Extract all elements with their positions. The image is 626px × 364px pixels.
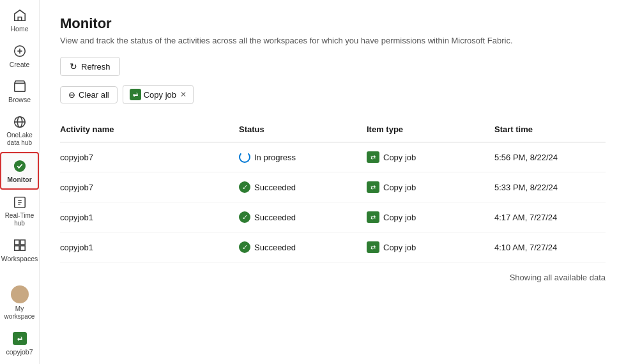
status-success-icon: ✓ xyxy=(239,181,250,193)
table-row[interactable]: copyjob7✓Succeeded⇄Copy job5:33 PM, 8/22… xyxy=(60,172,606,202)
sidebar-item-create-label: Create xyxy=(10,61,30,69)
status-cell: ✓Succeeded xyxy=(239,234,367,261)
page-title: Monitor xyxy=(60,15,606,32)
svg-point-13 xyxy=(17,290,22,294)
create-icon xyxy=(12,43,27,59)
refresh-label: Refresh xyxy=(81,62,111,72)
sidebar-item-myworkspace[interactable]: My workspace xyxy=(0,280,39,326)
status-cell: ✓Succeeded xyxy=(239,204,367,231)
start-time-cell: 4:17 AM, 7/27/24 xyxy=(494,204,622,231)
filter-tag-copyjob[interactable]: ⇄ Copy job ✕ xyxy=(123,85,194,104)
svg-rect-12 xyxy=(20,246,24,250)
sidebar-item-copyjob-label: copyjob7 xyxy=(6,348,33,356)
status-label: In progress xyxy=(254,153,296,162)
sidebar-item-onelake[interactable]: OneLake data hub xyxy=(0,109,39,152)
sidebar: Home Create Browse OneLake data hub Moni… xyxy=(0,0,40,364)
page-subtitle: View and track the status of the activit… xyxy=(60,36,606,45)
activity-table: Activity name Status Item type Start tim… xyxy=(60,117,606,349)
start-time-cell: 5:33 PM, 8/22/24 xyxy=(494,174,622,201)
item-type-cell: ⇄Copy job xyxy=(367,174,494,201)
status-success-icon: ✓ xyxy=(239,211,250,223)
item-type-label: Copy job xyxy=(383,183,416,192)
sidebar-item-realtime-label: Real-Time hub xyxy=(5,212,34,227)
main-content: Monitor View and track the status of the… xyxy=(40,0,626,364)
col-status: Status xyxy=(239,121,367,138)
item-type-cell: ⇄Copy job xyxy=(367,204,494,231)
avatar xyxy=(11,285,29,303)
copy-job-icon: ⇄ xyxy=(367,211,379,223)
sidebar-item-home[interactable]: Home xyxy=(0,3,39,38)
filter-tag-remove[interactable]: ✕ xyxy=(180,90,187,99)
item-type-label: Copy job xyxy=(383,243,416,252)
sidebar-item-browse-label: Browse xyxy=(8,96,31,104)
copy-job-icon: ⇄ xyxy=(367,151,379,163)
sidebar-item-home-label: Home xyxy=(10,25,28,33)
table-body: copyjob7In progress⇄Copy job5:56 PM, 8/2… xyxy=(60,142,606,262)
sidebar-item-browse[interactable]: Browse xyxy=(0,73,39,109)
table-footer: Showing all available data xyxy=(60,273,606,282)
svg-rect-11 xyxy=(14,246,19,250)
activity-name-cell: copyjob7 xyxy=(60,174,239,201)
item-type-cell: ⇄Copy job xyxy=(367,144,494,171)
filter-bar: ⊖ Clear all ⇄ Copy job ✕ xyxy=(60,85,606,104)
copyjob-icon: ⇄ xyxy=(12,331,27,346)
sidebar-item-create[interactable]: Create xyxy=(0,38,39,74)
workspaces-icon xyxy=(12,238,27,253)
toolbar: ↻ Refresh xyxy=(60,57,606,76)
onelake-icon xyxy=(12,114,27,130)
table-row[interactable]: copyjob7In progress⇄Copy job5:56 PM, 8/2… xyxy=(60,142,606,172)
clear-all-button[interactable]: ⊖ Clear all xyxy=(60,86,118,103)
browse-icon xyxy=(12,79,27,94)
sidebar-item-onelake-label: OneLake data hub xyxy=(6,132,33,147)
col-start-time: Start time xyxy=(494,121,622,138)
svg-rect-9 xyxy=(14,240,19,245)
home-icon xyxy=(12,8,27,23)
start-time-cell: 4:10 AM, 7/27/24 xyxy=(494,234,622,261)
status-label: Succeeded xyxy=(254,213,296,222)
sidebar-item-myworkspace-label: My workspace xyxy=(4,305,35,321)
sidebar-item-monitor-label: Monitor xyxy=(7,176,32,184)
copy-job-icon: ⇄ xyxy=(367,241,379,253)
sidebar-item-realtime[interactable]: Real-Time hub xyxy=(0,190,39,232)
status-cell: ✓Succeeded xyxy=(239,174,367,201)
table-header: Activity name Status Item type Start tim… xyxy=(60,117,606,142)
start-time-cell: 5:56 PM, 8/22/24 xyxy=(494,144,622,171)
item-type-label: Copy job xyxy=(383,213,416,222)
filter-tag-label: Copy job xyxy=(144,90,176,100)
status-cell: In progress xyxy=(239,144,367,171)
realtime-icon xyxy=(12,195,27,210)
svg-rect-10 xyxy=(20,240,24,245)
status-label: Succeeded xyxy=(254,243,296,252)
sidebar-item-copyjob[interactable]: ⇄ copyjob7 xyxy=(0,326,39,361)
item-type-cell: ⇄Copy job xyxy=(367,234,494,261)
status-inprogress-icon xyxy=(239,151,250,163)
monitor-icon xyxy=(12,158,27,174)
item-type-label: Copy job xyxy=(383,153,416,162)
clear-all-label: Clear all xyxy=(79,90,109,100)
refresh-icon: ↻ xyxy=(70,61,77,72)
sidebar-item-workspaces[interactable]: Workspaces xyxy=(0,232,39,268)
col-activity-name: Activity name xyxy=(60,121,239,138)
status-success-icon: ✓ xyxy=(239,241,250,253)
activity-name-cell: copyjob1 xyxy=(60,234,239,261)
status-label: Succeeded xyxy=(254,183,296,192)
sidebar-item-monitor[interactable]: Monitor xyxy=(0,152,39,190)
copy-job-icon: ⇄ xyxy=(367,181,379,193)
activity-name-cell: copyjob1 xyxy=(60,204,239,231)
col-item-type: Item type xyxy=(367,121,494,138)
sidebar-item-workspaces-label: Workspaces xyxy=(1,255,38,263)
activity-name-cell: copyjob7 xyxy=(60,144,239,171)
table-row[interactable]: copyjob1✓Succeeded⇄Copy job4:10 AM, 7/27… xyxy=(60,232,606,262)
table-row[interactable]: copyjob1✓Succeeded⇄Copy job4:17 AM, 7/27… xyxy=(60,202,606,232)
svg-rect-3 xyxy=(14,84,25,92)
filter-tag-icon: ⇄ xyxy=(130,89,141,100)
refresh-button[interactable]: ↻ Refresh xyxy=(60,57,120,76)
clear-all-icon: ⊖ xyxy=(68,90,75,100)
